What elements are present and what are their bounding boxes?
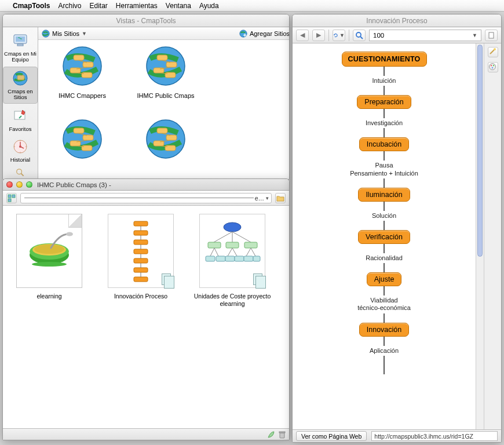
add-sites-label: Agregar Sitios [250, 30, 289, 37]
magnifier-icon [355, 31, 363, 39]
svg-point-58 [66, 232, 73, 236]
sidebar-historial[interactable]: Historial [3, 136, 38, 165]
titlebar-diagram[interactable]: Innovación Proceso [293, 14, 501, 27]
svg-rect-66 [134, 277, 148, 282]
sidebar-item-label: Cmaps en Mi Equipo [4, 50, 36, 63]
concept-node[interactable]: Incubación [359, 137, 409, 151]
sidebar-cmaps-sitios[interactable]: Cmaps en Sitios [3, 67, 38, 104]
concept-node[interactable]: Iluminación [358, 188, 410, 202]
leaf-icon[interactable] [267, 431, 275, 439]
ihmc-statusbar [3, 428, 289, 440]
zoom-tool-button[interactable] [353, 30, 366, 41]
my-sites-dropdown[interactable]: Mis Sitios ▼ [42, 30, 87, 38]
refresh-icon [333, 31, 338, 39]
ihmc-toolbar: e… ▾ [3, 191, 289, 206]
svg-rect-97 [489, 32, 494, 38]
svg-point-16 [240, 30, 247, 37]
scrollbar-thumb[interactable] [477, 45, 483, 257]
arrow-right-icon: ▶ [316, 31, 321, 39]
close-icon[interactable] [6, 181, 13, 188]
site-item[interactable] [125, 118, 206, 179]
svg-rect-4 [17, 75, 24, 80]
site-item[interactable]: IHMC Public Cmaps [125, 45, 206, 114]
site-label: IHMC Public Cmaps [137, 92, 194, 99]
view-as-web-button[interactable]: Ver como Página Web [296, 431, 367, 441]
refresh-button[interactable]: ▼ [333, 30, 345, 41]
wand-icon [488, 48, 496, 56]
fit-button[interactable] [485, 30, 498, 41]
menu-editar[interactable]: Editar [89, 2, 107, 10]
svg-point-102 [492, 65, 494, 66]
wand-tool-button[interactable] [488, 47, 498, 57]
file-thumbnail [108, 214, 174, 288]
link-label: Intuición [372, 76, 396, 86]
site-item[interactable] [42, 118, 123, 179]
zoom-icon[interactable] [26, 181, 32, 188]
trash-icon[interactable] [279, 431, 286, 439]
svg-line-96 [360, 37, 363, 39]
menu-ayuda[interactable]: Ayuda [199, 2, 219, 10]
minimize-icon[interactable] [16, 181, 23, 188]
concept-node[interactable]: Ajuste [367, 272, 402, 286]
titlebar-vistas[interactable]: Vistas - CmapTools [3, 14, 289, 27]
svg-rect-51 [8, 195, 11, 198]
menubar[interactable]: CmapTools Archivo Editar Herramientas Ve… [0, 0, 504, 12]
style-tool-button[interactable] [488, 62, 498, 72]
url-field[interactable]: http://cmapspublic3.ihmc.us/rid=1GZ [371, 431, 498, 441]
svg-rect-87 [216, 256, 225, 261]
sidebar-more[interactable] [3, 167, 38, 179]
separator [349, 30, 349, 41]
vertical-scrollbar[interactable] [476, 43, 484, 429]
sidebar-item-label: Historial [10, 156, 30, 163]
concept-node[interactable]: Preparación [357, 95, 411, 109]
globe-site-icon [61, 45, 104, 87]
svg-rect-20 [74, 55, 84, 60]
file-label: elearning [36, 293, 61, 300]
globe-site-icon [144, 45, 187, 87]
breadcrumb-text: e… [255, 195, 264, 202]
svg-rect-79 [244, 242, 257, 248]
concept-node[interactable]: CUESTIONAMIENTO [342, 52, 427, 67]
concept-node[interactable]: Innovación [359, 323, 409, 337]
link-label: PausaPensamiento + Intuición [350, 161, 418, 178]
window-title: IHMC Public Cmaps (3) - [37, 181, 111, 188]
edge [384, 151, 385, 161]
breadcrumb[interactable]: e… ▾ [20, 193, 272, 203]
chevron-down-icon: ▼ [472, 32, 477, 38]
window-controls[interactable] [6, 181, 32, 188]
sidebar-cmaps-equipo[interactable]: Cmaps en Mi Equipo [3, 30, 38, 65]
menu-archivo[interactable]: Archivo [58, 2, 81, 10]
edge [384, 178, 385, 188]
folder-up-icon [276, 194, 284, 202]
bowl-image-icon [23, 231, 75, 271]
svg-point-35 [63, 120, 101, 158]
diagram-canvas[interactable]: CUESTIONAMIENTOIntuiciónPreparaciónInves… [293, 43, 476, 429]
file-label: Innovación Proceso [114, 293, 167, 300]
forward-button[interactable]: ▶ [312, 30, 325, 41]
svg-point-59 [32, 262, 67, 267]
app-menu[interactable]: CmapTools [13, 2, 50, 10]
svg-rect-92 [280, 433, 284, 438]
edge [384, 365, 385, 374]
sidebar-favoritos[interactable]: Favoritos [3, 105, 38, 134]
add-sites-button[interactable]: Agregar Sitios [239, 30, 289, 38]
zoom-level-select[interactable]: 100 ▼ [369, 30, 481, 41]
svg-rect-52 [12, 195, 15, 198]
view-mode-button[interactable] [6, 193, 17, 203]
back-button[interactable]: ◀ [296, 30, 309, 41]
parent-folder-button[interactable] [275, 193, 286, 203]
svg-rect-44 [157, 128, 167, 133]
file-item[interactable]: Innovación Proceso [100, 214, 181, 300]
svg-rect-86 [206, 256, 215, 261]
globe-icon [42, 30, 50, 38]
file-item[interactable]: elearning [9, 214, 90, 300]
menu-ventana[interactable]: Ventana [166, 2, 191, 10]
site-item[interactable]: IHMC Cmappers [42, 45, 123, 114]
window-title: Innovación Proceso [366, 17, 427, 25]
menu-herramientas[interactable]: Herramientas [116, 2, 158, 10]
file-item[interactable]: Unidades de Coste proyecto elearning [192, 214, 273, 308]
arrow-left-icon: ◀ [300, 31, 305, 39]
concept-node[interactable]: Verificación [358, 230, 410, 244]
svg-line-80 [210, 248, 214, 256]
titlebar-ihmc[interactable]: IHMC Public Cmaps (3) - [3, 179, 289, 191]
